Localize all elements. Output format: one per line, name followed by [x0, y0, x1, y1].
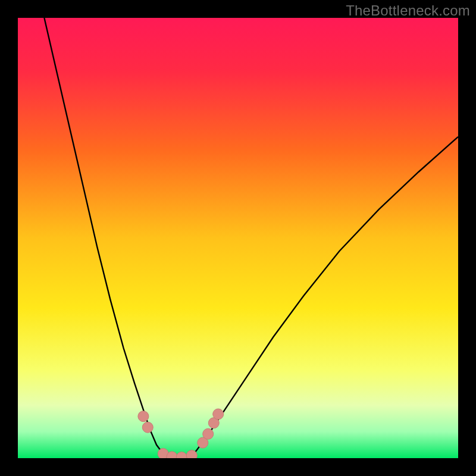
- curve-marker: [203, 428, 214, 439]
- curve-marker: [138, 411, 149, 422]
- bottleneck-curve-chart: [18, 18, 458, 458]
- watermark-text: TheBottleneck.com: [346, 2, 470, 19]
- chart-frame: TheBottleneck.com: [0, 0, 476, 476]
- curve-marker: [186, 450, 197, 458]
- curve-marker: [142, 422, 153, 433]
- plot-area: [18, 18, 458, 458]
- gradient-background: [18, 18, 458, 458]
- curve-marker: [213, 409, 224, 419]
